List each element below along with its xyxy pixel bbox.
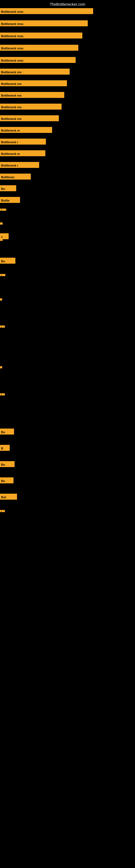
bar-fill [12, 197, 20, 203]
bar-fill [0, 366, 2, 368]
bar-fill [21, 138, 46, 145]
bar-item: Bottle [0, 197, 20, 203]
bar-fill [6, 429, 14, 435]
bar-label: Bottleneck res [0, 104, 27, 110]
bar-label: Bo [0, 258, 6, 264]
bar-item: | [0, 274, 5, 276]
bar-item: Bottleneck re [0, 127, 52, 133]
bar-item: | [0, 326, 5, 328]
bar-label: Bottleneck re [0, 150, 24, 156]
bar-item: B [0, 445, 10, 451]
bar-fill [27, 104, 61, 110]
bar-fill [24, 150, 45, 156]
bar-item: | [0, 209, 6, 211]
bar-fill [2, 393, 5, 396]
bar-label: | [0, 326, 2, 328]
bar-fill [27, 69, 70, 74]
bar-label: Bo [0, 429, 6, 435]
bar-label: Bo [0, 185, 6, 191]
bar-fill [28, 45, 78, 51]
bar-label: Bottleneck res [0, 92, 27, 98]
bar-fill [0, 239, 3, 241]
bar-label: Bo [0, 461, 6, 467]
bar-label: Bottleneck resu [0, 20, 28, 26]
bar-fill [28, 57, 76, 63]
bar-fill [3, 233, 9, 239]
bar-label: Bottlenec [0, 174, 17, 180]
bar-fill [8, 494, 17, 500]
bar-item: c [0, 233, 9, 239]
bar-item: Bottlenec [0, 174, 31, 180]
bar-item: Bottleneck resu [0, 57, 76, 63]
bar-fill [2, 209, 6, 211]
bar-item: Bottleneck res [0, 104, 61, 110]
bar-label: Bottleneck resu [0, 8, 28, 14]
bar-item: Bottleneck resu [0, 33, 82, 38]
bar-fill [28, 33, 82, 38]
bar-item: Bottleneck res [0, 92, 64, 98]
bar-label: Bottleneck res [0, 69, 27, 74]
bar-fill [17, 174, 31, 180]
bar-fill [0, 222, 3, 225]
bar-label: Bo [0, 477, 6, 484]
bar-item: | [0, 393, 5, 396]
bar-item: Bottleneck r [0, 162, 39, 168]
bar-item [0, 222, 3, 225]
bar-label: Bottleneck res [0, 80, 27, 86]
bar-label: | [0, 274, 2, 276]
bar-label: Bottleneck r [0, 138, 21, 145]
bar-item [0, 239, 3, 241]
bar-label: | [0, 393, 2, 396]
bar-fill [27, 92, 64, 98]
bar-label: Bottleneck resu [0, 57, 28, 63]
bar-fill [6, 477, 13, 484]
bar-item: Bottleneck resu [0, 45, 78, 51]
bar-item: Bo [0, 477, 13, 484]
bar-fill [2, 510, 5, 512]
bar-fill [24, 127, 52, 133]
bar-item: Bottleneck res [0, 69, 70, 74]
bar-item: Bottleneck res [0, 115, 59, 121]
bar-fill [27, 80, 67, 86]
bar-item: Bo [0, 258, 15, 264]
bar-fill [6, 461, 14, 467]
bar-item [0, 366, 2, 368]
site-title: TheBottlenecker.com [50, 2, 85, 6]
bar-fill [21, 162, 39, 168]
bar-label: c [0, 233, 3, 239]
bar-item [0, 299, 2, 301]
bar-label: Bottleneck resu [0, 33, 28, 38]
bar-item: Bo [0, 185, 16, 191]
bar-fill [0, 299, 2, 301]
bar-label: | [0, 510, 2, 512]
bar-item: Bo [0, 461, 14, 467]
bar-fill [6, 258, 15, 264]
bar-item: Bottleneck resu [0, 8, 93, 14]
bar-fill [2, 274, 5, 276]
bar-label: Bottle [0, 197, 12, 203]
bar-fill [6, 185, 16, 191]
bar-label: Bottleneck resu [0, 45, 28, 51]
bar-item: Bo [0, 429, 14, 435]
bar-label: Bottleneck res [0, 115, 27, 121]
bar-label: Bottleneck r [0, 162, 21, 168]
bar-fill [2, 326, 5, 328]
bar-label: Bot [0, 494, 8, 500]
bar-item: | [0, 510, 5, 512]
bar-fill [28, 20, 88, 26]
bar-label: B [0, 445, 4, 451]
bar-fill [4, 445, 10, 451]
bar-label: | [0, 209, 2, 211]
bar-item: Bot [0, 494, 17, 500]
bar-fill [27, 115, 59, 121]
bar-fill [28, 8, 93, 14]
bar-item: Bottleneck res [0, 80, 67, 86]
bar-item: Bottleneck resu [0, 20, 88, 26]
bar-item: Bottleneck r [0, 138, 46, 145]
bar-label: Bottleneck re [0, 127, 24, 133]
bar-item: Bottleneck re [0, 150, 45, 156]
